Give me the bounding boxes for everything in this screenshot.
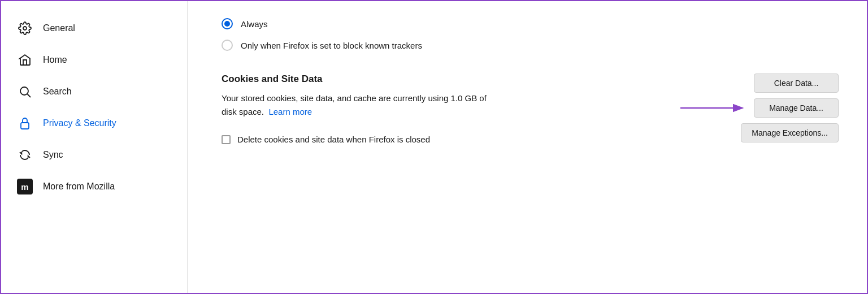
action-buttons: Clear Data... Manage Data... Manage Exce…	[741, 74, 839, 142]
clear-data-button[interactable]: Clear Data...	[754, 74, 839, 93]
manage-data-row: Manage Data...	[754, 98, 839, 118]
gear-icon	[17, 20, 33, 36]
radio-trackers-label: Only when Firefox is set to block known …	[241, 41, 422, 50]
sidebar-item-privacy-security[interactable]: Privacy & Security	[1, 107, 187, 139]
delete-cookies-checkbox-row[interactable]: Delete cookies and site data when Firefo…	[222, 135, 487, 144]
learn-more-link[interactable]: Learn more	[268, 107, 312, 116]
search-icon	[17, 84, 33, 100]
lock-icon	[17, 115, 33, 131]
sidebar-item-label: Search	[43, 87, 72, 97]
radio-always-label: Always	[241, 19, 268, 29]
arrow-annotation	[680, 100, 748, 116]
cookies-section: Cookies and Site Data Your stored cookie…	[222, 74, 839, 144]
cookies-info: Cookies and Site Data Your stored cookie…	[222, 74, 487, 144]
home-icon	[17, 52, 33, 68]
mozilla-icon: m	[17, 179, 33, 194]
section-description: Your stored cookies, site data, and cach…	[222, 92, 487, 119]
manage-exceptions-button[interactable]: Manage Exceptions...	[741, 123, 839, 142]
delete-cookies-checkbox[interactable]	[222, 135, 231, 144]
section-desc-line1: Your stored cookies, site data, and cach…	[222, 93, 487, 103]
sidebar-item-home[interactable]: Home	[1, 44, 187, 76]
sidebar-item-label: Privacy & Security	[43, 118, 116, 128]
sidebar-item-search[interactable]: Search	[1, 76, 187, 107]
delete-cookies-label: Delete cookies and site data when Firefo…	[237, 135, 430, 144]
main-content: Always Only when Firefox is set to block…	[188, 1, 867, 293]
sidebar-item-label: Sync	[43, 150, 63, 160]
sidebar-item-label: General	[43, 23, 75, 33]
section-title: Cookies and Site Data	[222, 74, 487, 85]
radio-group: Always Only when Firefox is set to block…	[222, 18, 839, 51]
manage-data-button[interactable]: Manage Data...	[754, 98, 839, 118]
section-desc-line2: disk space.	[222, 107, 264, 116]
sidebar-item-label: Home	[43, 55, 67, 65]
sidebar-item-general[interactable]: General	[1, 12, 187, 44]
sidebar-item-label: More from Mozilla	[43, 181, 115, 192]
sync-icon	[17, 147, 33, 163]
radio-always[interactable]: Always	[222, 18, 839, 29]
radio-always-indicator	[222, 18, 233, 29]
svg-point-1	[20, 87, 28, 95]
svg-point-0	[23, 27, 27, 30]
svg-line-2	[28, 94, 31, 98]
sidebar-item-sync[interactable]: Sync	[1, 139, 187, 171]
sidebar-item-more-mozilla[interactable]: m More from Mozilla	[1, 171, 187, 202]
radio-only-trackers[interactable]: Only when Firefox is set to block known …	[222, 40, 839, 51]
sidebar: General Home Search	[1, 1, 188, 293]
svg-rect-3	[21, 123, 29, 129]
radio-trackers-indicator	[222, 40, 233, 51]
